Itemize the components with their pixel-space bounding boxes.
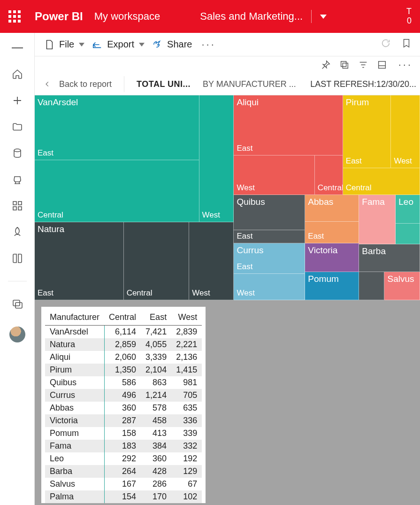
table-row[interactable]: Fama183384332	[45, 440, 202, 452]
table-row[interactable]: Salvus16728667	[45, 478, 202, 490]
file-menu[interactable]: File	[43, 37, 85, 52]
treemap-cell[interactable]: East	[234, 230, 305, 243]
cell: 1,214	[141, 389, 171, 402]
column-header[interactable]: Central	[104, 310, 141, 326]
column-header[interactable]: Manufacturer	[45, 310, 104, 326]
focus-icon[interactable]	[377, 60, 387, 70]
treemap-cell[interactable]: West	[189, 222, 234, 300]
treemap-cell[interactable]: AliquiEast	[234, 95, 343, 155]
table-row[interactable]: Palma154170102	[45, 490, 202, 503]
treemap-cell[interactable]: Quibus	[234, 195, 305, 230]
treemap-cell[interactable]: NaturaEast	[35, 222, 124, 300]
avatar[interactable]	[9, 326, 25, 342]
workspace-label[interactable]: My workspace	[94, 10, 160, 23]
cell-sublabel: West	[237, 183, 254, 193]
treemap-cell[interactable]: Pomum	[305, 272, 359, 300]
cell: 7,421	[141, 326, 171, 339]
brand-label[interactable]: Power BI	[35, 10, 83, 23]
export-menu[interactable]: Export	[91, 37, 145, 52]
treemap-cell[interactable]: Central	[315, 155, 343, 195]
treemap-cell[interactable]: Fama	[359, 195, 396, 244]
menu-icon[interactable]	[12, 42, 23, 54]
deployment-icon[interactable]	[12, 226, 23, 238]
bookmark-icon[interactable]	[401, 38, 412, 51]
data-hub-icon[interactable]	[12, 148, 23, 159]
treemap-cell[interactable]: Central	[343, 168, 420, 195]
treemap-cell[interactable]: CurrusEast	[234, 243, 305, 274]
workspaces-icon[interactable]	[12, 298, 23, 310]
report-title-dropdown[interactable]: Sales and Marketing...	[200, 10, 327, 23]
cell-sublabel: West	[237, 288, 254, 298]
table-row[interactable]: Aliqui2,0603,3392,136	[45, 351, 202, 364]
table-row[interactable]: Barba264428129	[45, 465, 202, 478]
treemap-cell[interactable]: West	[391, 95, 420, 168]
treemap-cell[interactable]	[359, 272, 384, 300]
copy-icon[interactable]	[339, 60, 350, 70]
treemap-cell[interactable]: PirumEast	[343, 95, 391, 168]
cell: 384	[141, 440, 171, 452]
matrix-visual-wrap: ManufacturerCentralEastWest VanArsdel6,1…	[35, 300, 420, 505]
nav-rail	[0, 33, 35, 505]
table-row[interactable]: Natura2,8594,0552,221	[45, 338, 202, 351]
treemap-cell[interactable]: Barba	[359, 244, 420, 272]
cell: Quibus	[45, 376, 104, 389]
crumb-total[interactable]: TOTAL UNI...	[137, 79, 191, 89]
rail-divider	[8, 281, 27, 281]
treemap-cell[interactable]: Salvus	[384, 272, 420, 300]
table-row[interactable]: VanArsdel6,1147,4212,839	[45, 326, 202, 339]
treemap-cell[interactable]: East	[305, 222, 359, 243]
table-row[interactable]: Currus4961,214705	[45, 389, 202, 402]
create-icon[interactable]	[12, 95, 23, 106]
more-options-icon[interactable]: ···	[201, 39, 215, 51]
treemap-cell[interactable]: Central	[35, 160, 199, 222]
apps-icon[interactable]	[12, 200, 23, 211]
treemap-cell[interactable]: Abbas	[305, 195, 359, 222]
cell: Victoria	[45, 414, 104, 427]
cell: 1,350	[104, 364, 141, 376]
table-row[interactable]: Pomum158413339	[45, 427, 202, 440]
back-label: Back to report	[59, 79, 112, 89]
column-header[interactable]: East	[141, 310, 171, 326]
chevron-down-icon[interactable]	[320, 15, 327, 19]
learn-icon[interactable]	[12, 253, 23, 264]
share-button[interactable]: Share	[151, 37, 193, 52]
pin-icon[interactable]	[321, 60, 331, 70]
share-label: Share	[167, 39, 192, 50]
treemap-visual[interactable]: VanArsdelEastCentralWestNaturaEastCentra…	[35, 95, 420, 300]
table-row[interactable]: Pirum1,3502,1041,415	[45, 364, 202, 376]
back-button[interactable]: Back to report	[44, 79, 112, 89]
treemap-cell[interactable]	[396, 224, 420, 244]
treemap-cell[interactable]: Central	[124, 222, 190, 300]
refresh-icon[interactable]	[381, 38, 391, 51]
treemap-cell[interactable]: VanArsdelEast	[35, 95, 199, 160]
table-row[interactable]: Quibus586863981	[45, 376, 202, 389]
treemap-cell[interactable]: West	[234, 274, 305, 300]
metrics-icon[interactable]	[12, 174, 23, 185]
column-header[interactable]: West	[171, 310, 202, 326]
table-row[interactable]: Abbas360578635	[45, 402, 202, 414]
treemap-cell[interactable]: West	[234, 155, 314, 195]
cell-sublabel: Central	[127, 288, 153, 298]
browse-icon[interactable]	[12, 121, 23, 132]
chevron-down-icon	[139, 43, 145, 47]
divider	[311, 10, 312, 23]
cell: 264	[104, 465, 141, 478]
matrix-visual[interactable]: ManufacturerCentralEastWest VanArsdel6,1…	[41, 307, 206, 503]
table-row[interactable]: Leo292360192	[45, 452, 202, 465]
table-row[interactable]: Victoria287458336	[45, 414, 202, 427]
cell: Natura	[45, 338, 104, 351]
treemap-cell[interactable]: Leo	[396, 195, 420, 224]
app-launcher-icon[interactable]	[8, 10, 21, 23]
visual-more-icon[interactable]: ···	[398, 59, 412, 71]
cell-title: Quibus	[237, 197, 265, 207]
crumb-by-manufacturer[interactable]: BY MANUFACTURER ...	[203, 79, 296, 89]
filter-icon[interactable]	[358, 60, 368, 70]
treemap-cell[interactable]: West	[199, 95, 234, 222]
cell: Fama	[45, 440, 104, 452]
treemap-cell[interactable]: Victoria	[305, 243, 359, 272]
cell-title: Barba	[362, 246, 386, 256]
cell-title: Pomum	[308, 274, 338, 284]
cell: Salvus	[45, 478, 104, 490]
home-icon[interactable]	[12, 69, 23, 80]
cell-sublabel: East	[38, 148, 53, 158]
